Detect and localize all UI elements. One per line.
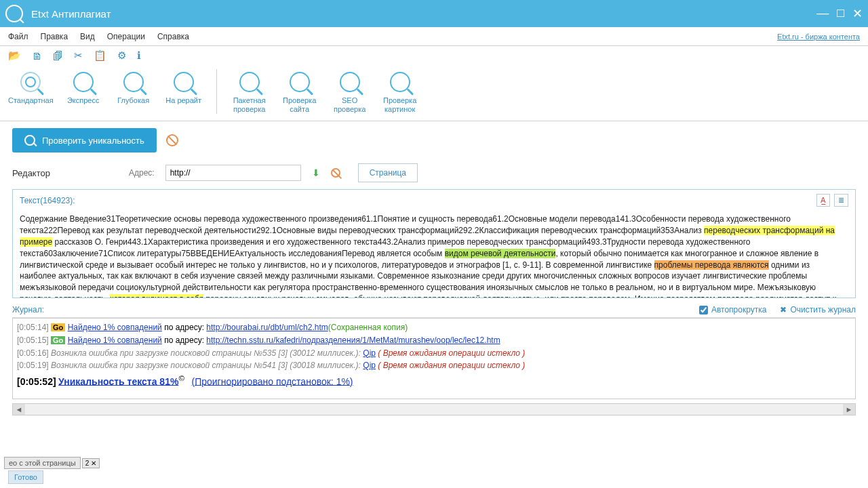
uniqueness-result[interactable]: Уникальность текста 81% [58,375,178,386]
deep-check-button[interactable]: Глубокая [113,69,154,114]
rewrite-check-button[interactable]: На рерайт [163,69,204,114]
scroll-left-icon[interactable]: ◄ [13,404,25,415]
paste-icon[interactable]: 📋 [94,49,106,62]
info-icon[interactable]: ℹ [137,49,141,62]
document-icon[interactable]: 🗎 [32,50,42,62]
text-content[interactable]: Содержание Введение31Теоретические основ… [13,211,855,298]
cancel-small-icon[interactable] [331,168,340,178]
check-uniqueness-button[interactable]: Проверить уникальность [12,128,157,152]
bottom-tabs: ео с этой страницы 2 ✕ [4,457,100,469]
actionbar: Проверить уникальность [0,121,868,159]
express-check-button[interactable]: Экспресс [63,69,104,114]
menu-view[interactable]: Вид [80,32,95,41]
search-icon [24,135,35,146]
etxt-link[interactable]: Etxt.ru - биржа контента [777,33,860,41]
page-num-tab[interactable]: 2 ✕ [82,458,100,468]
highlight-green: видом речевой деятельности [445,249,556,258]
journal-log[interactable]: [0:05:14] Go Найдено 1% совпадений по ад… [12,318,856,399]
seo-check-button[interactable]: SEO проверка [330,69,370,114]
open-icon[interactable]: 📂 [8,49,21,62]
batch-check-button[interactable]: Пакетная проверка [229,69,270,114]
site-check-button[interactable]: Проверка сайта [279,69,320,114]
log-row: [0:05:15] Go Найдено 1% совпадений по ад… [17,334,851,347]
tool-lines-icon[interactable]: ≣ [834,194,848,207]
log-row: [0:05:14] Go Найдено 1% совпадений по ад… [17,321,851,334]
autoscroll-checkbox[interactable] [699,306,708,314]
cut-icon[interactable]: ✂ [74,49,83,62]
address-label: Адрес: [129,168,155,178]
scroll-right-icon[interactable]: ► [843,404,855,415]
menu-file[interactable]: Файл [8,32,28,41]
autoscroll-toggle[interactable]: Автопрокрутка [699,305,766,314]
clear-journal-button[interactable]: ✖ Очистить журнал [780,305,856,314]
menu-help[interactable]: Справка [157,32,189,41]
menu-operations[interactable]: Операции [107,32,145,41]
download-icon[interactable]: ⬇ [312,167,320,178]
maximize-button[interactable]: □ [837,6,844,21]
text-panel: Текст(164923): A̲ ≣ Содержание Введение3… [12,189,856,298]
close-button[interactable]: ✕ [852,6,863,21]
text-header: Текст(164923): [20,196,75,205]
copy-icon[interactable]: 🗐 [53,50,63,62]
titlebar: Etxt Антиплагиат — □ ✕ [0,0,868,27]
journal-panel: Журнал: Автопрокрутка ✖ Очистить журнал … [12,302,856,399]
iconbar: 📂 🗎 🗐 ✂ 📋 ⚙ ℹ [0,46,868,65]
journal-label: Журнал: [12,305,44,314]
status-bar: Готово [8,470,43,484]
settings-icon[interactable]: ⚙ [117,49,126,62]
address-input[interactable] [165,165,301,181]
standard-check-button[interactable]: Стандартная [8,69,54,114]
log-row: [0:05:16] Возникла ошибка при загрузке п… [17,347,851,360]
app-title: Etxt Антиплагиат [31,8,111,20]
ribbon: Стандартная Экспресс Глубокая На рерайт … [0,65,868,121]
result-row: [0:05:52] Уникальность текста 81%© (Прои… [17,372,851,389]
image-check-button[interactable]: Проверка картинок [380,69,420,114]
minimize-button[interactable]: — [816,6,829,21]
ignored-link[interactable]: (Проигнорировано подстановок: 1%) [191,375,353,386]
page-tab[interactable]: Страница [358,163,418,182]
highlight-yellow-2: которая включает в себя [110,294,203,298]
horizontal-scrollbar[interactable]: ◄ ► [12,403,856,415]
editor-label: Редактор [12,168,50,178]
menu-edit[interactable]: Правка [41,32,68,41]
editorbar: Редактор Адрес: ⬇ Страница [0,159,868,186]
menubar: Файл Правка Вид Операции Справка Etxt.ru… [0,27,868,46]
tool-font-icon[interactable]: A̲ [816,194,830,207]
highlight-orange: проблемы перевода являются [654,260,769,270]
page-bottom-tab[interactable]: ео с этой страницы [4,457,81,469]
cancel-icon[interactable] [166,134,178,146]
log-row: [0:05:19] Возникла ошибка при загрузке п… [17,359,851,372]
app-logo-icon [5,5,23,22]
